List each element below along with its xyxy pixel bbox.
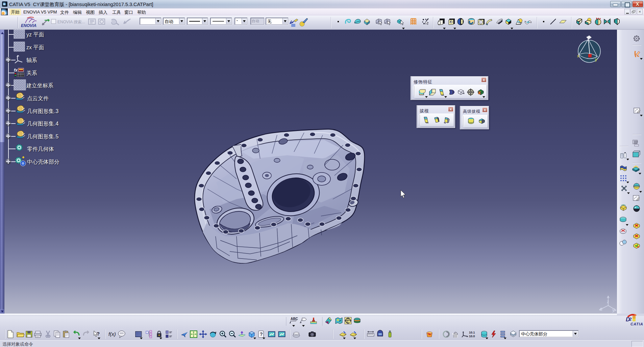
svg-text:CATIA: CATIA	[630, 322, 643, 326]
svg-text:ENOVIA: ENOVIA	[21, 23, 36, 28]
svg-text:2: 2	[629, 317, 632, 322]
svg-text:fx: fx	[14, 68, 18, 73]
svg-text:ENOVIA 搜索...: ENOVIA 搜索...	[57, 20, 85, 24]
